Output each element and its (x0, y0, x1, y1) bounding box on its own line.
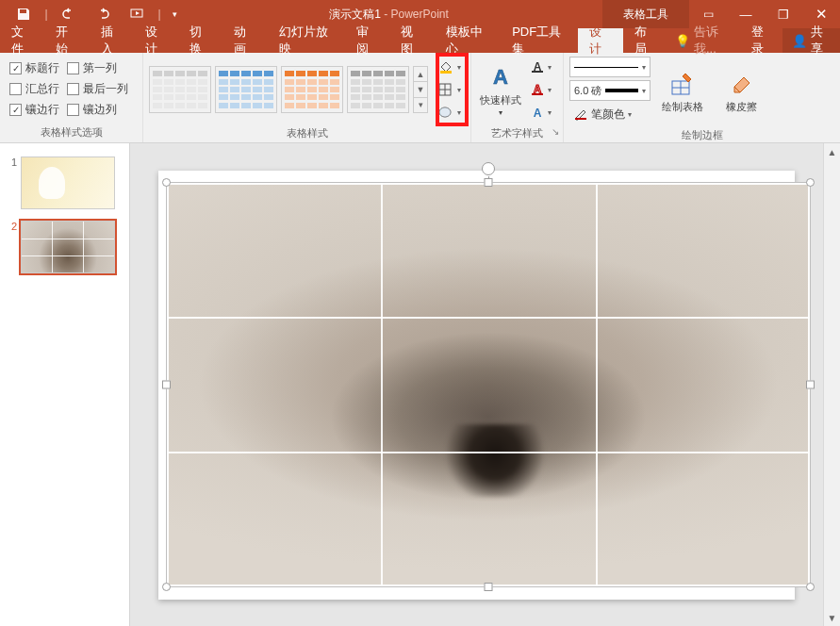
paint-bucket-icon (437, 59, 454, 74)
app-name: PowerPoint (391, 8, 449, 21)
tab-slideshow[interactable]: 幻灯片放映 (268, 28, 345, 53)
bulb-icon: 💡 (675, 34, 690, 48)
rotation-handle[interactable] (482, 162, 495, 175)
slide-canvas-area[interactable] (130, 143, 823, 626)
eraser-icon (726, 69, 756, 99)
qat-customize-button[interactable]: ▾ (166, 1, 183, 27)
selected-table[interactable] (166, 182, 811, 587)
sign-in-button[interactable]: 登录 (742, 28, 782, 53)
resize-handle[interactable] (806, 178, 815, 187)
document-name: 演示文稿1 (329, 8, 381, 21)
borders-button[interactable]: ▾ (434, 79, 465, 100)
dialog-launcher[interactable]: ↘ (552, 126, 559, 137)
borders-icon (437, 82, 454, 97)
slide-canvas[interactable] (158, 171, 795, 600)
svg-rect-9 (532, 93, 543, 95)
gallery-up-button[interactable]: ▲ (414, 67, 427, 82)
shading-button[interactable]: ▾ (434, 57, 465, 77)
tab-view[interactable]: 视图 (389, 28, 434, 53)
tab-review[interactable]: 审阅 (345, 28, 389, 53)
svg-rect-1 (440, 71, 452, 74)
check-first-column[interactable]: 第一列 (63, 58, 121, 79)
table-style-gallery[interactable]: ▲ ▼ ▾ (149, 66, 428, 113)
vertical-scrollbar[interactable]: ▲ ▼ (823, 143, 840, 626)
slide-thumbnail[interactable]: 2 (0, 215, 129, 279)
svg-rect-11 (575, 118, 586, 120)
tab-insert[interactable]: 插入 (90, 28, 134, 53)
wordart-icon: A (486, 62, 516, 92)
eraser-button[interactable]: 橡皮擦 (715, 67, 767, 114)
group-table-style-options: ✓标题行 第一列 汇总行 最后一列 ✓镶边行 镶边列 表格样式选项 (0, 53, 143, 142)
resize-handle[interactable] (162, 178, 171, 187)
tab-table-design[interactable]: 设计 (578, 28, 622, 53)
resize-handle[interactable] (162, 583, 171, 591)
scroll-down-button[interactable]: ▼ (824, 609, 840, 626)
group-label: 表格样式 (143, 126, 470, 142)
ribbon-tabs: 文件 开始 插入 设计 切换 动画 幻灯片放映 审阅 视图 模板中心 PDF工具… (0, 28, 840, 53)
check-header-row[interactable]: ✓标题行 (6, 58, 63, 79)
group-label: 艺术字样式↘ (471, 126, 563, 142)
pen-color-button[interactable]: 笔颜色▾ (569, 104, 651, 124)
workspace: 1 2 (0, 143, 840, 626)
tab-design[interactable]: 设计 (134, 28, 178, 53)
tab-home[interactable]: 开始 (44, 28, 89, 53)
resize-handle[interactable] (806, 380, 815, 388)
resize-handle[interactable] (485, 583, 493, 591)
group-label: 绘制边框 (564, 128, 840, 142)
draw-table-button[interactable]: 绘制表格 (656, 67, 709, 114)
slide-thumbnail-panel[interactable]: 1 2 (0, 143, 130, 626)
group-draw-borders: ▾ 6.0 磅 ▾ 笔颜色▾ 绘制表格 (564, 53, 840, 142)
check-total-row[interactable]: 汇总行 (6, 79, 63, 100)
share-icon: 👤 (792, 34, 807, 48)
effects-button[interactable]: ▾ (434, 102, 465, 123)
group-table-styles: ▲ ▼ ▾ ▾ ▾ ▾ 表格样式 (143, 53, 471, 142)
text-effects-icon: A (530, 106, 545, 119)
text-fill-icon: A (530, 60, 545, 74)
svg-text:A: A (534, 107, 542, 119)
window-title: 演示文稿1 - PowerPoint (183, 7, 595, 23)
tab-file[interactable]: 文件 (0, 28, 44, 53)
table-grid (167, 183, 810, 586)
text-effects-button[interactable]: A▾ (526, 102, 555, 123)
effects-icon (437, 105, 454, 120)
resize-handle[interactable] (806, 583, 815, 591)
group-wordart-styles: A 快速样式▾ A▾ A▾ A▾ 艺术字样式↘ (471, 53, 564, 142)
resize-handle[interactable] (162, 380, 171, 388)
table-style-thumb[interactable] (347, 66, 409, 113)
share-button[interactable]: 👤 共享 (782, 28, 840, 53)
text-fill-button[interactable]: A▾ (526, 57, 555, 77)
check-banded-columns[interactable]: 镶边列 (63, 100, 121, 121)
svg-rect-7 (532, 71, 543, 73)
pen-style-dropdown[interactable]: ▾ (569, 57, 651, 77)
tab-table-layout[interactable]: 布局 (623, 28, 667, 53)
table-style-thumb[interactable] (281, 66, 343, 113)
text-outline-button[interactable]: A▾ (526, 79, 555, 100)
resize-handle[interactable] (485, 178, 493, 187)
check-last-column[interactable]: 最后一列 (63, 79, 132, 100)
table-style-thumb[interactable] (149, 66, 211, 113)
tell-me-search[interactable]: 💡 告诉我... (667, 28, 742, 53)
check-banded-rows[interactable]: ✓镶边行 (6, 100, 63, 121)
tab-pdf[interactable]: PDF工具集 (501, 28, 578, 53)
table-style-thumb[interactable] (215, 66, 277, 113)
slide-thumbnail[interactable]: 1 (0, 151, 129, 215)
gallery-more-button[interactable]: ▾ (414, 98, 427, 112)
svg-text:A: A (493, 65, 508, 89)
ribbon: ✓标题行 第一列 汇总行 最后一列 ✓镶边行 镶边列 表格样式选项 (0, 53, 840, 143)
gallery-down-button[interactable]: ▼ (414, 82, 427, 97)
scroll-up-button[interactable]: ▲ (824, 143, 840, 160)
quick-styles-button[interactable]: A 快速样式▾ (477, 60, 524, 120)
tab-transitions[interactable]: 切换 (178, 28, 222, 53)
group-label: 表格样式选项 (0, 125, 142, 142)
draw-table-icon (667, 69, 698, 99)
gallery-scroll[interactable]: ▲ ▼ ▾ (413, 66, 428, 113)
tab-animations[interactable]: 动画 (222, 28, 267, 53)
text-outline-icon: A (530, 83, 545, 96)
svg-point-4 (439, 107, 451, 117)
pen-color-icon (573, 107, 588, 121)
tab-template[interactable]: 模板中心 (435, 28, 502, 53)
pen-weight-dropdown[interactable]: 6.0 磅 ▾ (569, 80, 651, 101)
